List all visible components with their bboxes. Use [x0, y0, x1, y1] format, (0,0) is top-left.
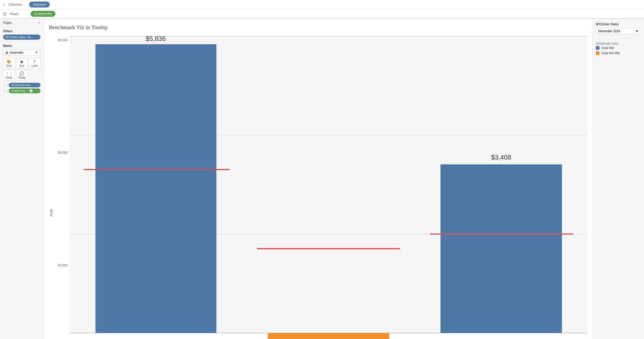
detail-label: Detail [6, 76, 12, 79]
tooltip-icon: 💬 [20, 71, 24, 76]
date-value: December 2018 [598, 29, 634, 33]
field-pill-1[interactable]: AGG(Profit Go... [9, 83, 40, 87]
detail-icon: ⋮⋮ [5, 71, 13, 76]
size-icon: ◉ [20, 60, 23, 64]
field-pill-2-label: SUM(Profit ... [11, 89, 28, 93]
left-sidebar: Pages ▼ Filters MY(Order Date): De... Ma… [0, 19, 44, 339]
legend-section-title: AGG(Profit Colori... [596, 42, 641, 45]
filters-section: Filters MY(Order Date): De... [0, 27, 44, 42]
chart-title: Benchmark Viz in Tooltip [49, 24, 587, 31]
marks-fields: ⋮⋮ AGG(Profit Go... ⋮⋮ SUM(Profit ... 🔗 [3, 83, 40, 93]
marks-dropdown-label: Automatic [10, 51, 33, 54]
pages-section: Pages ▼ [0, 19, 44, 27]
bar-home-office[interactable] [440, 164, 562, 333]
marks-dropdown-icon: ▦ [5, 51, 8, 54]
bar-consumer[interactable] [96, 44, 217, 333]
marks-dropdown[interactable]: ▦ Automatic ▼ [3, 50, 40, 55]
right-panel: MY(Order Date) December 2018 ▼ AGG(Profi… [592, 19, 644, 339]
field-row-2: ⋮⋮ SUM(Profit ... 🔗 [3, 88, 40, 93]
rows-pill[interactable]: SUM(Profit) [31, 11, 55, 17]
legend-label-goal-not-met: Goal Not Met [601, 51, 620, 55]
legend-label-goal-met: Goal Met [601, 46, 614, 50]
filters-label: Filters [3, 29, 12, 33]
rows-row: ☰ Rows SUM(Profit) [0, 9, 644, 19]
chart-svg-container: $5,836 -$761 [70, 36, 587, 339]
date-dropdown[interactable]: December 2018 ▼ [596, 28, 641, 34]
legend-color-goal-not-met [596, 51, 599, 55]
legend-section: AGG(Profit Colori... Goal Met Goal Not M… [596, 42, 641, 55]
filter-pill[interactable]: MY(Order Date): De... [3, 35, 40, 40]
field-icon-2: ⋮⋮ [3, 89, 7, 93]
detail-button[interactable]: ⋮⋮ Detail [3, 70, 15, 81]
legend-item-goal-met: Goal Met [596, 46, 641, 50]
legend-color-goal-met [596, 46, 599, 50]
label-label: Label [31, 64, 38, 67]
color-icon: 🎨 [7, 60, 11, 64]
label-icon: T [33, 60, 36, 64]
top-toolbar: ⫶ Columns Segment ☰ Rows SUM(Profit) [0, 0, 644, 19]
rows-label: Rows [10, 12, 28, 16]
marks-dropdown-arrow: ▼ [35, 51, 38, 54]
marks-title: Marks [3, 44, 40, 48]
chart-svg: $5,836 -$761 [70, 36, 587, 339]
columns-row: ⫶ Columns Segment [0, 0, 644, 9]
marks-section: Marks ▦ Automatic ▼ 🎨 Color ◉ Size T Lab… [0, 42, 44, 96]
field-row-1: ⋮⋮ AGG(Profit Go... [3, 83, 40, 87]
y-axis-title: Profit [50, 209, 53, 217]
columns-pill[interactable]: Segment [29, 2, 50, 7]
filters-title: Filters [3, 29, 40, 33]
y-axis-title-wrapper: Profit [49, 36, 54, 339]
columns-icon: ⫶ [3, 3, 5, 7]
y-label-6000: $6,000 [58, 38, 67, 42]
chart-area: Benchmark Viz in Tooltip Profit $6,000 $… [44, 19, 592, 339]
tooltip-label: Tooltip [18, 76, 26, 79]
legend-items: Goal Met Goal Not Met [596, 46, 641, 55]
color-button[interactable]: 🎨 Color [3, 58, 15, 69]
rows-icon: ☰ [3, 12, 6, 16]
tooltip-button[interactable]: 💬 Tooltip [16, 70, 28, 81]
chart-wrapper: Profit $6,000 $4,000 $2,000 $0 [49, 36, 587, 339]
columns-label: Columns [9, 3, 27, 6]
pages-arrow[interactable]: ▼ [38, 21, 40, 24]
size-button[interactable]: ◉ Size [16, 58, 28, 69]
chain-icon: 🔗 [29, 89, 33, 93]
bar-corporate[interactable] [268, 333, 389, 339]
bar-label-home-office: $3,408 [491, 154, 511, 161]
date-dropdown-arrow: ▼ [635, 29, 639, 33]
main-layout: Pages ▼ Filters MY(Order Date): De... Ma… [0, 19, 644, 339]
pages-label: Pages [3, 21, 12, 24]
bar-label-consumer: $5,836 [146, 36, 166, 42]
y-label-4000: $4,000 [58, 151, 67, 154]
date-section: MY(Order Date) December 2018 ▼ [596, 22, 641, 37]
field-pill-2[interactable]: SUM(Profit ... 🔗 [9, 88, 40, 93]
y-axis: $6,000 $4,000 $2,000 $0 [54, 36, 70, 339]
legend-item-goal-not-met: Goal Not Met [596, 51, 641, 55]
date-section-title: MY(Order Date) [596, 22, 641, 26]
marks-buttons: 🎨 Color ◉ Size T Label ⋮⋮ Detail 💬 T [3, 58, 40, 81]
color-label: Color [6, 64, 12, 67]
field-icon-1: ⋮⋮ [3, 83, 7, 87]
label-button[interactable]: T Label [29, 58, 40, 69]
size-label: Size [19, 64, 24, 67]
y-label-2000: $2,000 [58, 263, 67, 267]
